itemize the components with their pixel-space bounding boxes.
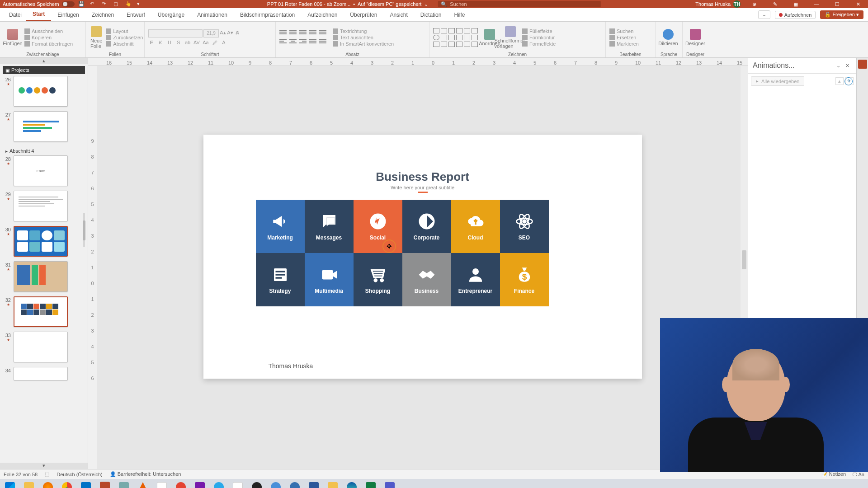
scroll-down-button[interactable]: ▾ xyxy=(0,463,88,469)
tab-uebergaenge[interactable]: Übergänge xyxy=(151,9,191,21)
thumb-scroll-thumb[interactable] xyxy=(83,221,85,240)
increase-font-button[interactable]: A▴ xyxy=(220,29,226,36)
new-slide-button[interactable]: Neue Folie xyxy=(90,25,103,50)
clear-format-button[interactable]: A̷ xyxy=(234,29,241,36)
spacing-button[interactable]: AV xyxy=(193,39,200,46)
thumbnail-item[interactable]: 32★ xyxy=(3,296,85,327)
designer-button[interactable]: Designer xyxy=(686,28,704,47)
case-button[interactable]: Aa xyxy=(203,39,209,46)
tab-entwurf[interactable]: Entwurf xyxy=(120,9,151,21)
smartart-button[interactable]: In SmartArt konvertieren xyxy=(333,41,394,47)
autosave-toggle[interactable]: Automatisches Speichern xyxy=(3,1,75,7)
quick-styles-button[interactable]: Schnellformat-vorlagen xyxy=(501,25,519,50)
powerpoint-button[interactable] xyxy=(97,480,113,488)
app-button-3[interactable] xyxy=(268,480,284,488)
thumbnail-item[interactable]: 26★ xyxy=(3,76,85,107)
slide-counter[interactable]: Folie 32 von 58 xyxy=(4,472,38,477)
paste-button[interactable]: Einfügen xyxy=(4,28,22,47)
pane-close-button[interactable]: ✕ xyxy=(843,63,852,69)
columns-button[interactable] xyxy=(319,39,326,45)
font-name-input[interactable] xyxy=(148,29,203,38)
thumbnail-list[interactable]: ▣ Projects 26★ 27★ ▸ Abschnitt 4 28★ End… xyxy=(0,64,88,463)
tab-animationen[interactable]: Animationen xyxy=(191,9,234,21)
slide-thumb-30[interactable] xyxy=(14,226,68,257)
tile-cloud[interactable]: Cloud xyxy=(451,200,500,253)
text-direction-button[interactable]: Textrichtung xyxy=(333,28,394,34)
tile-grid[interactable]: MarketingMessagesSocialCorporateCloudSEO… xyxy=(256,200,549,306)
app-button[interactable] xyxy=(154,480,170,488)
section-4-header[interactable]: ▸ Abschnitt 4 xyxy=(3,146,85,155)
todoist-button[interactable] xyxy=(173,480,189,488)
bold-button[interactable]: F xyxy=(148,39,155,46)
tab-ueberpruefen[interactable]: Überprüfen xyxy=(344,9,383,21)
language-button[interactable]: Deutsch (Österreich) xyxy=(57,472,102,477)
onenote-button[interactable] xyxy=(192,480,208,488)
shape-fill-button[interactable]: Fülleffekte xyxy=(522,28,556,34)
tile-seo[interactable]: SEO xyxy=(500,200,549,253)
slide-thumb-29[interactable] xyxy=(14,191,68,221)
slide[interactable]: Business Report Write here your great su… xyxy=(203,135,642,379)
globe-icon[interactable]: ⊕ xyxy=(747,0,761,8)
excel-button[interactable] xyxy=(363,480,379,488)
bullets-button[interactable] xyxy=(279,30,287,36)
app-button-2[interactable] xyxy=(230,480,246,488)
display-button[interactable]: 🖵 An xyxy=(852,472,864,477)
tab-einfuegen[interactable]: Einfügen xyxy=(51,9,85,21)
horizontal-ruler[interactable]: 1615141312111098765432101234567891011121… xyxy=(88,58,748,66)
tab-aufzeichnen[interactable]: Aufzeichnen xyxy=(301,9,344,21)
edge-button[interactable] xyxy=(344,480,360,488)
justify-button[interactable] xyxy=(309,39,316,45)
chrome-button[interactable] xyxy=(59,480,75,488)
undo-icon[interactable]: ↶ xyxy=(90,1,96,7)
window-minimize[interactable]: — xyxy=(809,0,824,8)
pane-dropdown-button[interactable]: ⌄ xyxy=(834,63,843,69)
tab-datei[interactable]: Datei xyxy=(5,9,26,21)
notes-button[interactable]: 📝 Notizen xyxy=(821,471,846,477)
firefox-button[interactable] xyxy=(40,480,56,488)
replace-button[interactable]: Ersetzen xyxy=(609,35,639,40)
find-button[interactable]: Suchen xyxy=(609,28,639,34)
tile-messages[interactable]: Messages xyxy=(305,200,354,253)
align-text-button[interactable]: Text ausrichten xyxy=(333,35,394,40)
save-icon[interactable]: 💾 xyxy=(78,1,85,7)
reset-button[interactable]: Zurücksetzen xyxy=(106,35,143,40)
numbering-button[interactable] xyxy=(289,30,297,36)
align-left-button[interactable] xyxy=(279,39,287,45)
ribbon-mode-icon[interactable]: ▦ xyxy=(788,0,803,8)
tab-dictation[interactable]: Dictation xyxy=(414,9,448,21)
seq-up-button[interactable]: ▴ xyxy=(835,77,844,85)
scrollbar-thumb[interactable] xyxy=(742,250,746,269)
shape-effects-button[interactable]: Formeffekte xyxy=(522,41,556,47)
align-right-button[interactable] xyxy=(299,39,307,45)
telegram-button[interactable] xyxy=(211,480,227,488)
teams-button[interactable] xyxy=(382,480,398,488)
strike-button[interactable]: S xyxy=(175,39,182,46)
slide-title[interactable]: Business Report xyxy=(203,135,642,184)
outlook-button[interactable] xyxy=(78,480,94,488)
indent-dec-button[interactable] xyxy=(299,30,307,36)
redo-icon[interactable]: ↷ xyxy=(102,1,108,7)
greenshot-button[interactable] xyxy=(116,480,132,488)
tile-entrepreneur[interactable]: Entrepreneur xyxy=(451,253,500,306)
app-button-4[interactable] xyxy=(287,480,303,488)
search-box[interactable]: 🔍 Suchen xyxy=(438,1,601,7)
accessibility-button[interactable]: 👤 Barrierefreiheit: Untersuchen xyxy=(110,471,181,477)
underline-button[interactable]: U xyxy=(166,39,173,46)
qat-more-icon[interactable]: ▾ xyxy=(137,1,143,7)
section-projects[interactable]: ▣ Projects xyxy=(3,66,85,74)
shadow-button[interactable]: ab xyxy=(184,39,191,46)
touch-icon[interactable]: 👆 xyxy=(125,1,132,7)
vlc-button[interactable] xyxy=(135,480,151,488)
align-center-button[interactable] xyxy=(289,39,297,45)
thumbnail-item[interactable]: 31★ xyxy=(3,261,85,292)
tile-marketing[interactable]: Marketing xyxy=(256,200,305,253)
font-size-input[interactable] xyxy=(203,29,219,38)
thumbnail-item[interactable]: 34 xyxy=(3,367,85,380)
slide-subtitle[interactable]: Write here your great subtitle xyxy=(203,185,642,190)
dropdown-icon[interactable]: ⌄ xyxy=(424,1,428,7)
slide-thumb-26[interactable] xyxy=(14,76,68,107)
slide-thumb-32[interactable] xyxy=(14,296,68,327)
start-button[interactable] xyxy=(2,480,18,488)
pen-icon[interactable]: ✎ xyxy=(768,0,782,8)
record-button[interactable]: Aufzeichnen xyxy=(775,11,816,19)
